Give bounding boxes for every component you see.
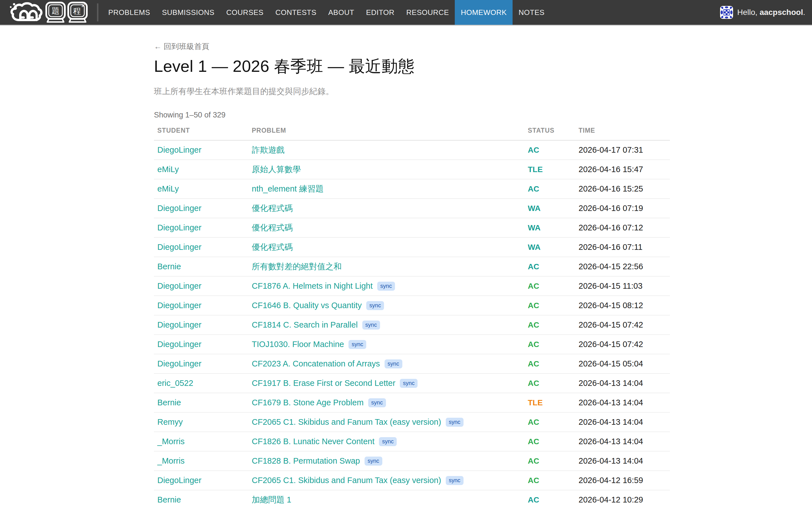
status-link[interactable]: AC bbox=[528, 262, 539, 271]
nav-item-submissions[interactable]: SUBMISSIONS bbox=[156, 0, 220, 25]
problem-link[interactable]: nth_element 練習題 bbox=[252, 184, 324, 193]
nav-item-courses[interactable]: COURSES bbox=[220, 0, 269, 25]
greeting-text: Hello, aacpschool. bbox=[737, 8, 805, 17]
nav-item-about[interactable]: ABOUT bbox=[322, 0, 360, 25]
status-link[interactable]: AC bbox=[528, 457, 539, 465]
nav-item-editor[interactable]: EDITOR bbox=[360, 0, 400, 25]
student-link[interactable]: DiegoLinger bbox=[157, 476, 201, 485]
time-text: 2026-04-15 05:04 bbox=[575, 359, 670, 369]
problem-link[interactable]: CF1646 B. Quality vs Quantity bbox=[252, 301, 362, 310]
status-link[interactable]: WA bbox=[528, 223, 541, 232]
student-link[interactable]: eric_0522 bbox=[157, 379, 193, 388]
problem-link[interactable]: 所有數對差的絕對值之和 bbox=[252, 262, 342, 271]
problem-link[interactable]: CF2065 C1. Skibidus and Fanum Tax (easy … bbox=[252, 476, 441, 485]
username: aacpschool bbox=[760, 8, 803, 17]
status-link[interactable]: AC bbox=[528, 146, 539, 154]
keycap-programming-icon: 程 ⌘ bbox=[68, 3, 87, 22]
problem-link[interactable]: 優化程式碼 bbox=[252, 204, 293, 213]
time-text: 2026-04-15 08:12 bbox=[575, 301, 670, 310]
student-link[interactable]: DiegoLinger bbox=[157, 340, 201, 349]
problem-link[interactable]: TIOJ1030. Floor Machine bbox=[252, 340, 344, 349]
status-link[interactable]: AC bbox=[528, 184, 539, 193]
student-link[interactable]: Bernie bbox=[157, 495, 181, 504]
time-text: 2026-04-13 14:04 bbox=[575, 379, 670, 388]
table-header-row: STUDENT PROBLEM STATUS TIME bbox=[154, 127, 670, 140]
problem-link[interactable]: 原始人算數學 bbox=[252, 165, 301, 174]
problem-link[interactable]: CF1917 B. Erase First or Second Letter bbox=[252, 379, 395, 388]
user-avatar[interactable] bbox=[720, 6, 733, 19]
navbar: 題 程 ⌘ PROBLEMS SUBMISSIONS COURSES CONTE… bbox=[0, 0, 812, 25]
student-link[interactable]: Bernie bbox=[157, 398, 181, 407]
time-text: 2026-04-16 07:19 bbox=[575, 204, 670, 213]
student-link[interactable]: _Morris bbox=[157, 437, 185, 446]
status-link[interactable]: TLE bbox=[528, 398, 543, 407]
status-link[interactable]: AC bbox=[528, 301, 539, 310]
keycap-problems-icon: 題 bbox=[46, 3, 65, 22]
problem-link[interactable]: 優化程式碼 bbox=[252, 242, 293, 251]
status-link[interactable]: AC bbox=[528, 418, 539, 427]
nav-item-contests[interactable]: CONTESTS bbox=[269, 0, 322, 25]
problem-link[interactable]: 加總問題 1 bbox=[252, 495, 291, 504]
sync-badge: sync bbox=[385, 359, 402, 369]
problem-link[interactable]: 詐欺遊戲 bbox=[252, 145, 285, 154]
svg-text:程: 程 bbox=[73, 7, 81, 15]
time-text: 2026-04-15 07:42 bbox=[575, 320, 670, 330]
status-link[interactable]: AC bbox=[528, 379, 539, 388]
status-link[interactable]: AC bbox=[528, 340, 539, 349]
student-link[interactable]: eMiLy bbox=[157, 184, 179, 193]
status-link[interactable]: AC bbox=[528, 476, 539, 485]
table-row: eMiLy nth_element 練習題 AC 2026-04-16 15:2… bbox=[154, 179, 670, 199]
sync-badge: sync bbox=[368, 398, 386, 407]
student-link[interactable]: DiegoLinger bbox=[157, 359, 201, 368]
nav-item-problems[interactable]: PROBLEMS bbox=[102, 0, 156, 25]
problem-link[interactable]: 優化程式碼 bbox=[252, 223, 293, 232]
col-header-status: STATUS bbox=[524, 127, 575, 134]
time-text: 2026-04-15 11:03 bbox=[575, 281, 670, 291]
page-title: Level 1 — 2026 春季班 — 最近動態 bbox=[154, 55, 670, 77]
student-link[interactable]: DiegoLinger bbox=[157, 320, 201, 329]
student-link[interactable]: _Morris bbox=[157, 456, 185, 465]
time-text: 2026-04-16 15:25 bbox=[575, 184, 670, 193]
site-logo[interactable]: 題 程 ⌘ bbox=[0, 0, 93, 25]
table-row: DiegoLinger CF1814 C. Search in Parallel… bbox=[154, 316, 670, 335]
nav-item-notes[interactable]: NOTES bbox=[513, 0, 550, 25]
problem-link[interactable]: CF1826 B. Lunatic Never Content bbox=[252, 437, 374, 446]
sync-badge: sync bbox=[349, 340, 366, 349]
table-row: Bernie 加總問題 1 AC 2026-04-12 10:29 bbox=[154, 490, 670, 507]
main-content: ← 回到班級首頁 Level 1 — 2026 春季班 — 最近動態 班上所有學… bbox=[154, 25, 670, 507]
student-link[interactable]: DiegoLinger bbox=[157, 204, 201, 213]
student-link[interactable]: DiegoLinger bbox=[157, 281, 201, 290]
nav-item-resource[interactable]: RESOURCE bbox=[400, 0, 455, 25]
time-text: 2026-04-12 10:29 bbox=[575, 495, 670, 504]
student-link[interactable]: DiegoLinger bbox=[157, 242, 201, 251]
student-link[interactable]: DiegoLinger bbox=[157, 145, 201, 154]
problem-link[interactable]: CF1814 C. Search in Parallel bbox=[252, 320, 358, 329]
status-link[interactable]: AC bbox=[528, 321, 539, 329]
status-link[interactable]: WA bbox=[528, 243, 541, 251]
table-row: _Morris CF1826 B. Lunatic Never Contents… bbox=[154, 432, 670, 452]
table-row: DiegoLinger CF1646 B. Quality vs Quantit… bbox=[154, 296, 670, 316]
table-row: DiegoLinger CF1876 A. Helmets in Night L… bbox=[154, 277, 670, 296]
student-link[interactable]: DiegoLinger bbox=[157, 223, 201, 232]
problem-link[interactable]: CF1679 B. Stone Age Problem bbox=[252, 398, 364, 407]
status-link[interactable]: AC bbox=[528, 359, 539, 368]
status-link[interactable]: TLE bbox=[528, 165, 543, 174]
status-link[interactable]: AC bbox=[528, 437, 539, 446]
student-link[interactable]: Remyy bbox=[157, 417, 183, 427]
problem-link[interactable]: CF1876 A. Helmets in Night Light bbox=[252, 281, 373, 290]
nav-item-homework[interactable]: HOMEWORK bbox=[455, 0, 513, 25]
student-link[interactable]: Bernie bbox=[157, 262, 181, 271]
problem-link[interactable]: CF2065 C1. Skibidus and Fanum Tax (easy … bbox=[252, 417, 441, 427]
time-text: 2026-04-13 14:04 bbox=[575, 417, 670, 427]
navbar-divider bbox=[97, 3, 98, 21]
student-link[interactable]: DiegoLinger bbox=[157, 301, 201, 310]
status-link[interactable]: AC bbox=[528, 282, 539, 290]
time-text: 2026-04-16 15:47 bbox=[575, 165, 670, 174]
back-to-class-link[interactable]: ← 回到班級首頁 bbox=[154, 41, 209, 52]
student-link[interactable]: eMiLy bbox=[157, 165, 179, 174]
sync-badge: sync bbox=[400, 379, 417, 388]
status-link[interactable]: WA bbox=[528, 204, 541, 213]
status-link[interactable]: AC bbox=[528, 496, 539, 504]
problem-link[interactable]: CF2023 A. Concatenation of Arrays bbox=[252, 359, 380, 368]
problem-link[interactable]: CF1828 B. Permutation Swap bbox=[252, 456, 360, 465]
